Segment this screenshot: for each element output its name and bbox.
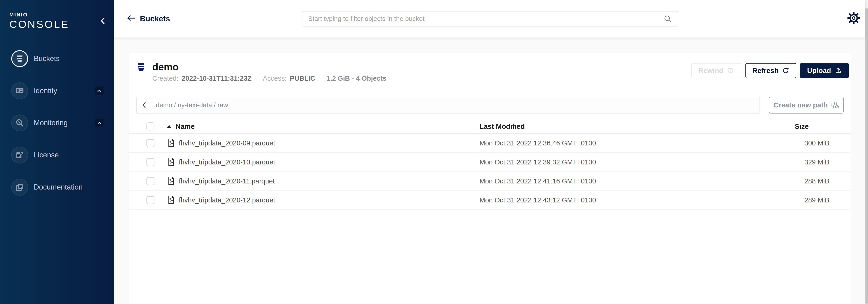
bucket-icon [136, 62, 146, 82]
object-last-modified: Mon Oct 31 2022 12:43:12 GMT+0100 [479, 196, 795, 204]
row-checkbox[interactable] [147, 196, 154, 204]
chevron-left-icon [100, 17, 106, 25]
column-header-name[interactable]: Name [176, 122, 195, 131]
refresh-button[interactable]: Refresh [745, 63, 797, 78]
bucket-header: demo Created: 2022-10-31T11:31:23Z Acces… [136, 62, 849, 82]
vertical-scrollbar[interactable] [865, 0, 868, 304]
page-title: Buckets [140, 0, 170, 37]
object-file-icon [167, 176, 175, 185]
object-size: 329 MiB [795, 158, 851, 166]
object-filter-search [302, 11, 678, 27]
upload-label: Upload [807, 66, 831, 75]
bucket-name: demo [152, 62, 386, 73]
access-label: Access: [263, 74, 287, 82]
sidebar-item-monitoring[interactable]: Monitoring [0, 107, 114, 139]
created-value: 2022-10-31T11:31:23Z [182, 74, 251, 82]
upload-tray-icon [835, 67, 842, 74]
row-checkbox[interactable] [147, 139, 154, 147]
gear-icon [847, 11, 861, 25]
refresh-label: Refresh [752, 66, 779, 75]
bucket-actions: Rewind Refresh [691, 63, 849, 78]
bucket-info: demo Created: 2022-10-31T11:31:23Z Acces… [152, 62, 386, 82]
object-last-modified: Mon Oct 31 2022 12:36:46 GMT+0100 [479, 139, 795, 147]
bucket-icon [11, 50, 28, 67]
create-new-path-button[interactable]: Create new path [769, 96, 844, 113]
table-row[interactable]: fhvhv_tripdata_2020-12.parquet Mon Oct 3… [129, 191, 851, 210]
column-header-size[interactable]: Size [795, 122, 851, 131]
bucket-summary: demo Created: 2022-10-31T11:31:23Z Acces… [136, 62, 386, 82]
magnifier-icon [664, 15, 672, 23]
sidebar-item-license[interactable]: License [0, 139, 114, 171]
access-value: PUBLIC [290, 74, 315, 82]
breadcrumb[interactable]: demo / ny-taxi-data / raw [152, 97, 760, 113]
rewind-button: Rewind [691, 63, 741, 78]
sidebar-collapse-button[interactable] [100, 17, 106, 25]
select-all-checkbox[interactable] [147, 122, 154, 131]
object-last-modified: Mon Oct 31 2022 12:39:32 GMT+0100 [479, 158, 795, 166]
sidebar: MINIO CONSOLE Buckets [0, 0, 114, 304]
object-file-icon [167, 138, 175, 147]
back-button[interactable] [127, 15, 136, 22]
bucket-browser-panel: demo Created: 2022-10-31T11:31:23Z Acces… [129, 53, 851, 304]
object-size: 300 MiB [795, 139, 851, 147]
chevron-up-icon[interactable] [95, 87, 103, 95]
documentation-icon [11, 179, 28, 196]
object-file-icon [167, 195, 175, 204]
monitoring-icon [11, 114, 28, 131]
rewind-label: Rewind [698, 66, 723, 75]
sidebar-item-identity[interactable]: Identity [0, 75, 114, 107]
minio-console-app: MINIO CONSOLE Buckets [0, 0, 868, 304]
path-back-button[interactable] [136, 97, 152, 113]
create-path-label: Create new path [774, 101, 828, 109]
table-row[interactable]: fhvhv_tripdata_2020-09.parquet Mon Oct 3… [129, 134, 851, 153]
row-checkbox[interactable] [147, 177, 154, 185]
column-header-last-modified[interactable]: Last Modified [479, 122, 795, 131]
table-row[interactable]: fhvhv_tripdata_2020-11.parquet Mon Oct 3… [129, 172, 851, 191]
object-size: 289 MiB [795, 196, 851, 204]
chevron-left-icon [142, 101, 147, 109]
object-name[interactable]: fhvhv_tripdata_2020-09.parquet [179, 139, 275, 147]
object-name[interactable]: fhvhv_tripdata_2020-11.parquet [179, 177, 275, 185]
identity-card-icon [11, 82, 28, 99]
upload-button[interactable]: Upload [800, 63, 849, 78]
scrollbar-thumb[interactable] [865, 8, 868, 304]
sidebar-item-label: Documentation [34, 183, 83, 191]
object-name[interactable]: fhvhv_tripdata_2020-10.parquet [179, 158, 275, 166]
console-wordmark: CONSOLE [9, 18, 69, 30]
objects-table: Name Last Modified Size [129, 119, 851, 210]
bucket-usage: 1.2 GiB - 4 Objects [327, 74, 386, 82]
settings-button[interactable] [847, 11, 861, 25]
sidebar-item-label: Buckets [34, 54, 60, 63]
minio-wordmark: MINIO [9, 12, 69, 18]
sidebar-item-documentation[interactable]: Documentation [0, 171, 114, 203]
sidebar-item-label: Identity [34, 87, 57, 95]
object-name[interactable]: fhvhv_tripdata_2020-12.parquet [179, 196, 275, 204]
object-file-icon [167, 157, 175, 166]
sidebar-item-label: License [34, 151, 59, 159]
arrow-left-icon [127, 15, 136, 22]
table-header-row: Name Last Modified Size [129, 119, 851, 134]
bucket-meta: Created: 2022-10-31T11:31:23Z Access: PU… [152, 74, 386, 82]
row-checkbox[interactable] [147, 158, 154, 166]
topbar: Buckets [114, 0, 865, 37]
sidebar-nav: Buckets Identity [0, 43, 114, 203]
path-bar: demo / ny-taxi-data / raw [136, 96, 760, 113]
chevron-up-icon[interactable] [95, 119, 103, 127]
path-add-icon [831, 101, 839, 109]
sidebar-item-buckets[interactable]: Buckets [0, 43, 114, 75]
sort-ascending-icon[interactable] [167, 125, 171, 128]
minio-logo: MINIO CONSOLE [9, 12, 69, 30]
refresh-icon [782, 67, 789, 74]
history-rewind-icon [727, 67, 734, 74]
created-label: Created: [152, 74, 178, 82]
object-last-modified: Mon Oct 31 2022 12:41:16 GMT+0100 [479, 177, 795, 185]
sidebar-item-label: Monitoring [34, 119, 68, 127]
license-icon [11, 147, 28, 164]
search-input[interactable] [302, 11, 678, 27]
table-row[interactable]: fhvhv_tripdata_2020-10.parquet Mon Oct 3… [129, 153, 851, 172]
object-size: 288 MiB [795, 177, 851, 185]
